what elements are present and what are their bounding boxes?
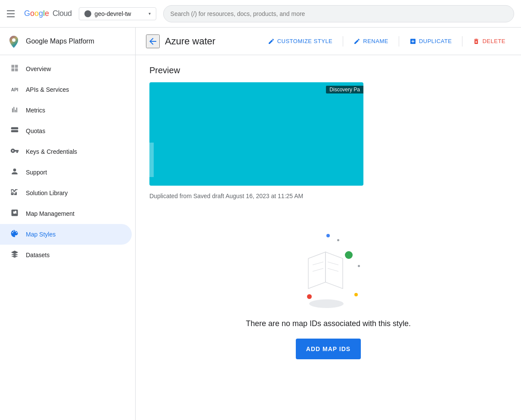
google-cloud-logo: Google Cloud	[24, 9, 72, 18]
mapbook-icon	[10, 208, 19, 219]
sidebar-item-metrics[interactable]: Metrics	[0, 100, 132, 121]
sidebar-label-solution: Solution Library	[26, 190, 68, 196]
palette-icon	[10, 229, 19, 240]
sidebar-item-overview[interactable]: Overview	[0, 59, 132, 79]
chart-icon	[10, 105, 19, 116]
sidebar-item-styles[interactable]: Map Styles	[0, 224, 132, 245]
add-map-ids-button[interactable]: ADD MAP IDS	[296, 339, 361, 359]
divider	[399, 36, 399, 47]
duplicate-info: Duplicated from Saved draft August 16, 2…	[149, 193, 507, 199]
sidebar-header: Google Maps Platform	[0, 28, 135, 55]
hamburger-menu[interactable]	[7, 9, 17, 19]
sidebar-label-keys: Keys & Credentials	[26, 148, 77, 155]
person-icon	[10, 167, 19, 178]
page-header: Azure water CUSTOMIZE STYLE RENAME DUPL	[136, 28, 521, 55]
blue-dot	[326, 234, 330, 237]
map-road	[149, 143, 154, 177]
grid-icon	[10, 64, 19, 75]
main-layout: Google Maps Platform Overview API APIs &…	[0, 28, 521, 420]
delete-button[interactable]: DELETE	[468, 34, 511, 49]
search-input[interactable]	[163, 5, 514, 22]
sidebar-label-quotas: Quotas	[26, 128, 45, 134]
sidebar-label-management: Map Management	[26, 210, 74, 217]
small-dot-2	[358, 265, 360, 267]
preview-container: Discovery Pa	[149, 82, 507, 186]
sidebar-label-overview: Overview	[26, 65, 51, 72]
divider	[462, 36, 462, 47]
project-icon	[84, 10, 91, 17]
duplicate-button[interactable]: DUPLICATE	[404, 34, 457, 49]
storage-icon	[10, 126, 19, 137]
preview-map: Discovery Pa	[149, 82, 363, 186]
puzzle-icon	[10, 188, 19, 199]
map-book-svg	[298, 243, 354, 299]
map-ids-section: There are no map IDs associated with thi…	[149, 213, 507, 376]
map-overlay-label: Discovery Pa	[326, 86, 363, 93]
sidebar-item-solution[interactable]: Solution Library	[0, 183, 132, 203]
sidebar-item-quotas[interactable]: Quotas	[0, 121, 132, 141]
small-dot-1	[337, 239, 339, 241]
sidebar-label-metrics: Metrics	[26, 107, 45, 114]
sidebar-label-apis: APIs & Services	[26, 86, 69, 93]
sidebar-item-support[interactable]: Support	[0, 162, 132, 183]
api-icon: API	[10, 87, 19, 92]
key-icon	[10, 146, 19, 157]
sidebar-item-keys[interactable]: Keys & Credentials	[0, 141, 132, 162]
project-selector[interactable]: geo-devrel-tw ▾	[79, 7, 156, 20]
topbar: Google Cloud geo-devrel-tw ▾	[0, 0, 521, 28]
sidebar-item-management[interactable]: Map Management	[0, 203, 132, 224]
sidebar-label-support: Support	[26, 169, 47, 176]
back-button[interactable]	[146, 34, 160, 48]
customize-style-button[interactable]: CUSTOMIZE STYLE	[263, 34, 338, 49]
divider	[343, 36, 343, 47]
chevron-down-icon: ▾	[149, 11, 151, 16]
sidebar-nav: Overview API APIs & Services Metrics Quo…	[0, 55, 135, 269]
page-title: Azure water	[165, 36, 215, 47]
map-shadow	[309, 299, 344, 308]
sidebar-label-styles: Map Styles	[26, 231, 56, 238]
no-map-ids-text: There are no map IDs associated with thi…	[246, 319, 411, 328]
sidebar: Google Maps Platform Overview API APIs &…	[0, 28, 136, 420]
maps-logo-icon	[7, 34, 21, 48]
sidebar-title: Google Maps Platform	[26, 37, 94, 45]
content-area: Preview Discovery Pa Duplicated from Sav…	[136, 55, 521, 420]
sidebar-item-datasets[interactable]: Datasets	[0, 245, 132, 265]
rename-button[interactable]: RENAME	[348, 34, 394, 49]
map-illustration	[285, 222, 372, 312]
sidebar-label-datasets: Datasets	[26, 252, 50, 258]
layers-icon	[10, 250, 19, 261]
yellow-dot	[354, 293, 358, 296]
preview-section-title: Preview	[149, 65, 507, 75]
svg-point-0	[12, 38, 16, 42]
page-actions: CUSTOMIZE STYLE RENAME DUPLICATE	[263, 34, 511, 49]
sidebar-item-apis[interactable]: API APIs & Services	[0, 79, 132, 100]
